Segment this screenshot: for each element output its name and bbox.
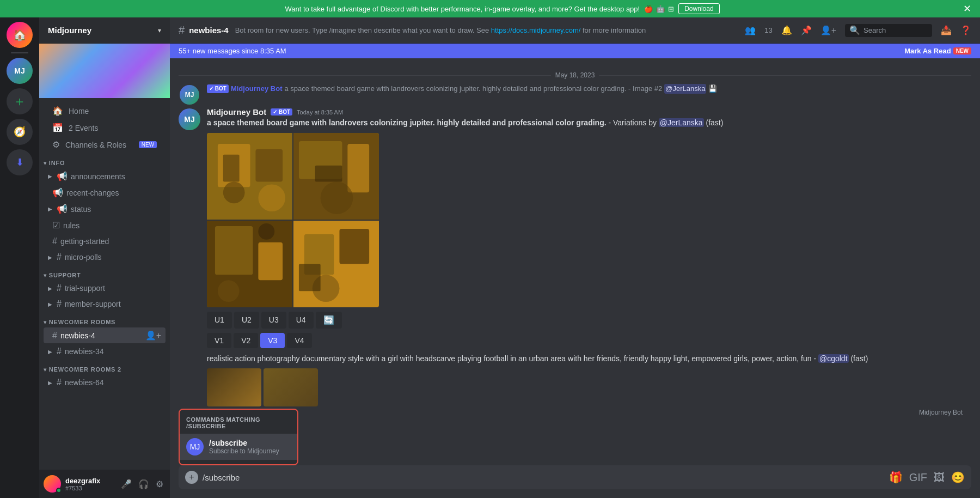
hash-icon-3: # bbox=[57, 283, 62, 293]
message-row-bot: MJ Midjourney Bot ✓ BOT Today at 8:35 AM… bbox=[179, 106, 971, 349]
category-newcomer-rooms[interactable]: ▾ NEWCOMER ROOMS bbox=[39, 312, 170, 327]
svg-rect-12 bbox=[215, 226, 253, 275]
channel-announcements[interactable]: ▶ 📢 announcements bbox=[44, 168, 166, 184]
v1-button[interactable]: V1 bbox=[207, 333, 231, 348]
system-message-text: ✓ BOT Midjourney Bot a space themed boar… bbox=[207, 84, 717, 105]
user-status-dot bbox=[56, 488, 62, 493]
thumb-strip bbox=[179, 368, 971, 406]
category-info[interactable]: ▾ INFO bbox=[39, 153, 170, 168]
settings-button[interactable]: ⚙ bbox=[154, 477, 166, 491]
category-arrow: ▾ bbox=[44, 160, 47, 166]
image-bottom-right[interactable] bbox=[293, 221, 379, 307]
chat-input-area: COMMANDS MATCHING /subscribe MJ /subscri… bbox=[170, 465, 980, 498]
server-header[interactable]: Midjourney ▾ bbox=[39, 17, 170, 44]
svg-point-14 bbox=[218, 280, 240, 302]
gift-icon[interactable]: 🎁 bbox=[889, 471, 903, 484]
channel-getting-started[interactable]: # getting-started bbox=[44, 234, 166, 249]
search-bar[interactable]: 🔍 Search bbox=[845, 24, 932, 37]
svg-point-5 bbox=[258, 184, 285, 211]
channel-newbies-34[interactable]: ▶ # newbies-34 bbox=[44, 344, 166, 359]
image-top-left[interactable] bbox=[207, 133, 292, 220]
channel-recent-changes[interactable]: 📢 recent-changes bbox=[44, 185, 166, 201]
channel-rules[interactable]: ☑ rules bbox=[44, 217, 166, 233]
mark-as-read-button[interactable]: Mark As Read NEW bbox=[904, 47, 971, 55]
channel-status[interactable]: ▶ 📢 status bbox=[44, 201, 166, 217]
system-message-row: MJ ✓ BOT Midjourney Bot a space themed b… bbox=[179, 83, 971, 105]
server-banner bbox=[39, 44, 170, 98]
message-text: a space themed board game with landrover… bbox=[207, 118, 971, 129]
svg-point-15 bbox=[258, 223, 274, 240]
category-newcomer-label: NEWCOMER ROOMS bbox=[49, 319, 115, 325]
inbox-icon[interactable]: 📥 bbox=[941, 25, 952, 35]
image-bottom-left[interactable] bbox=[207, 221, 292, 307]
channel-name: trial-support bbox=[65, 284, 161, 293]
search-placeholder: Search bbox=[863, 26, 886, 34]
server-icon-midjourney[interactable]: MJ bbox=[7, 58, 33, 84]
gif-icon[interactable]: GIF bbox=[909, 471, 927, 484]
thumb-2[interactable] bbox=[264, 368, 318, 406]
u4-button[interactable]: U4 bbox=[289, 312, 314, 329]
server-name: Midjourney bbox=[48, 26, 91, 35]
refresh-button[interactable]: 🔄 bbox=[316, 312, 342, 329]
chat-header: # newbies-4 Bot room for new users. Type… bbox=[170, 17, 980, 44]
nav-events[interactable]: 📅 2 Events bbox=[44, 119, 166, 136]
notification-icon[interactable]: 🔔 bbox=[781, 25, 792, 35]
attachment-button[interactable]: + bbox=[185, 471, 198, 484]
command-item-subscribe[interactable]: MJ /subscribe Subscribe to Midjourney bbox=[180, 434, 297, 460]
bot-avatar-small: MJ bbox=[180, 85, 199, 105]
category-newcomer-rooms-2[interactable]: ▾ NEWCOMER ROOMS 2 bbox=[39, 360, 170, 375]
channel-description: Bot room for new users. Type /imagine th… bbox=[235, 26, 741, 34]
chat-input[interactable] bbox=[203, 473, 885, 482]
close-banner-button[interactable]: ✕ bbox=[963, 3, 971, 15]
image-top-right[interactable] bbox=[293, 133, 379, 220]
server-icon-download[interactable]: ⬇ bbox=[7, 149, 33, 175]
midjourney-docs-link[interactable]: https://docs.midjourney.com/ bbox=[491, 26, 581, 34]
nav-home[interactable]: 🏠 Home bbox=[44, 102, 166, 119]
v4-button[interactable]: V4 bbox=[287, 333, 311, 348]
v-action-buttons: V1 V2 V3 V4 bbox=[207, 333, 971, 348]
thumb-1[interactable] bbox=[207, 368, 261, 406]
server-list: 🏠 MJ ＋ 🧭 ⬇ bbox=[0, 17, 39, 498]
u2-button[interactable]: U2 bbox=[234, 312, 259, 329]
add-member-header-icon[interactable]: 👤+ bbox=[820, 25, 836, 35]
svg-rect-18 bbox=[339, 229, 369, 264]
chat-messages: May 18, 2023 MJ ✓ BOT Midjourney Bot a s… bbox=[170, 58, 980, 465]
hash-icon-6: # bbox=[57, 347, 62, 356]
sticker-icon[interactable]: 🖼 bbox=[934, 471, 945, 484]
pin-icon[interactable]: 📌 bbox=[801, 25, 812, 35]
new-messages-banner[interactable]: 55+ new messages since 8:35 AM Mark As R… bbox=[170, 44, 980, 58]
channel-newbies-64[interactable]: ▶ # newbies-64 bbox=[44, 375, 166, 390]
server-icon-add[interactable]: ＋ bbox=[7, 88, 33, 114]
server-icon-explore[interactable]: 🧭 bbox=[7, 119, 33, 145]
header-icons: 👥 13 🔔 📌 👤+ 🔍 Search 📥 ❓ bbox=[745, 24, 971, 37]
channel-micro-polls[interactable]: ▶ # micro-polls bbox=[44, 250, 166, 265]
help-icon[interactable]: ❓ bbox=[960, 25, 971, 35]
nav-channels-roles[interactable]: ⚙ Channels & Roles NEW bbox=[44, 136, 166, 153]
save-icon[interactable]: 💾 bbox=[708, 84, 717, 94]
channel-name: status bbox=[71, 205, 161, 214]
add-member-icon[interactable]: 👤+ bbox=[145, 330, 161, 341]
v2-button[interactable]: V2 bbox=[234, 333, 258, 348]
emoji-icon[interactable]: 😊 bbox=[951, 471, 965, 484]
mic-button[interactable]: 🎤 bbox=[119, 477, 134, 491]
u1-button[interactable]: U1 bbox=[207, 312, 232, 329]
channel-newbies-4[interactable]: # newbies-4 👤+ bbox=[44, 327, 166, 343]
headset-button[interactable]: 🎧 bbox=[136, 477, 151, 491]
system-avatar-area: MJ bbox=[179, 84, 200, 105]
bot-name-small: Midjourney Bot bbox=[231, 84, 283, 94]
category-support[interactable]: ▾ SUPPORT bbox=[39, 265, 170, 281]
image-grid[interactable] bbox=[207, 133, 379, 307]
svg-rect-20 bbox=[299, 264, 321, 291]
user-info: deezgrafix #7533 bbox=[65, 477, 114, 491]
download-button[interactable]: Download bbox=[678, 3, 719, 14]
events-icon: 📅 bbox=[52, 123, 63, 133]
v3-button[interactable]: V3 bbox=[260, 333, 285, 348]
channel-member-support[interactable]: ▶ # member-support bbox=[44, 296, 166, 312]
u3-button[interactable]: U3 bbox=[261, 312, 286, 329]
members-icon[interactable]: 👥 bbox=[745, 25, 756, 35]
command-popup-header: COMMANDS MATCHING /subscribe bbox=[180, 414, 297, 434]
username: deezgrafix bbox=[65, 477, 114, 485]
channel-trial-support[interactable]: ▶ # trial-support bbox=[44, 281, 166, 296]
user-dm-icon[interactable]: 🏠 bbox=[7, 22, 33, 48]
channel-list: 🏠 Home 📅 2 Events ⚙ Channels & Roles NEW… bbox=[39, 98, 170, 470]
